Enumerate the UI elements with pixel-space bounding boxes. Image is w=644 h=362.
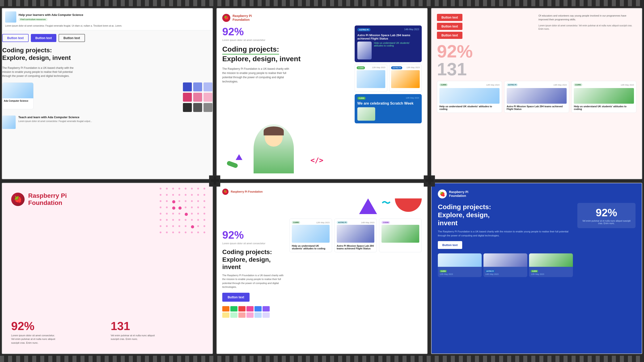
swatch-light <box>204 103 212 112</box>
ada-chip: Find curriculum resources <box>18 18 48 21</box>
ada-body: Lorem ipsum dolor sit amet consectetur. … <box>5 24 210 27</box>
panel3-right: Of educators and volunteers say young pe… <box>538 14 636 78</box>
panel3-stat-92: 92% <box>437 42 535 60</box>
swatch-red <box>238 306 246 312</box>
swatch-green <box>230 306 238 312</box>
btn-red-3[interactable]: Button text <box>437 32 462 39</box>
p3-img-1 <box>440 88 500 104</box>
news-img-2 <box>391 70 420 88</box>
shape-code-brackets: </> <box>310 156 323 164</box>
panel2-body: The Raspberry Pi Foundation is a UK-base… <box>222 67 289 84</box>
panel3-news-cards: CURRI 12th May 2023 Help us understand U… <box>437 81 636 113</box>
photo-card: Ada Computer Science <box>2 82 34 109</box>
main-grid: Help your learners with Ada Computer Sci… <box>0 6 644 356</box>
wave-shape: 〜 <box>382 198 390 207</box>
shape-purple-triangle <box>236 154 242 160</box>
panel5-inner: 🍓 Raspberry Pi Foundation 92% Lorem ipsu… <box>217 183 427 354</box>
p6-card-1: CURRI 12th May 2023 <box>438 253 482 277</box>
panel5-main: 92% Lorem ipsum dolor sit amet consectet… <box>222 198 422 348</box>
swatch-yellow-light <box>222 312 230 318</box>
panel6-stat-box: 92% Vel enim pulvinar at et nulla nunc a… <box>577 203 636 228</box>
news-cards-row: CURRI 12th May 2023 ASTRO PI 12th May 20… <box>355 64 422 92</box>
button-filled[interactable]: Button text <box>31 34 56 42</box>
ada-photo <box>5 11 16 22</box>
btn-red-1[interactable]: Button text <box>437 14 462 21</box>
p5-card-3: CODIN <box>379 219 422 252</box>
p5-title-1: Help us understand UK students' attitude… <box>292 245 330 250</box>
p3-tag-1: CURRI <box>440 83 448 86</box>
scratch-week-card: CURRI 12th May 2023 We are celebrating S… <box>355 94 422 123</box>
panel2-left: 92% Lorem ipsum dolor sit amet consectet… <box>222 25 350 173</box>
p3-date-2: 14th May 2023 <box>554 84 567 86</box>
p5-img-1 <box>292 225 330 243</box>
panel2-main: 92% Lorem ipsum dolor sit amet consectet… <box>222 25 422 173</box>
p5-card-1: CURRI 12th May 2023 Help us understand U… <box>289 219 332 252</box>
content-row: Ada Computer Science <box>2 82 212 112</box>
panel5-heading: Coding projects:Explore, design,invent <box>222 248 285 271</box>
p5-img-2 <box>337 225 374 243</box>
p6-date-2: 14th May 2023 <box>485 273 526 275</box>
panel6-news-cards: CURRI 12th May 2023 ASTRO PI 14th May 20… <box>438 253 573 277</box>
p6-tag-1: CURRI <box>440 270 447 272</box>
card-date-2: 12th May 2023 <box>406 66 420 69</box>
panel-product-page: 🍓 Raspberry Pi Foundation 92% Lorem ipsu… <box>216 183 428 354</box>
panel2-stat: 92% <box>222 25 350 38</box>
panel2-stat-sub: Lorem ipsum dolor sit amet consectetur <box>222 39 350 41</box>
p5-img-3 <box>382 225 419 243</box>
teach-card: Teach and learn with Ada Computer Scienc… <box>2 115 212 129</box>
panel6-heading: Coding projects:Explore, design,invent <box>438 203 573 227</box>
panel3-right-text: Of educators and volunteers say young pe… <box>538 14 636 21</box>
p5-date-2: 14th May 2023 <box>361 221 374 224</box>
triangle-shape <box>359 198 377 214</box>
news-card-2: ASTRO PI 12th May 2023 <box>389 64 422 92</box>
btn-red-2[interactable]: Button text <box>437 23 462 30</box>
stat-block-1: 92% Lorem ipsum dolor sit amet consectet… <box>11 319 104 345</box>
button-outline[interactable]: Button text <box>2 34 28 42</box>
astro-link[interactable]: Help us understand UK students' attitude… <box>374 41 419 47</box>
p6-tag-3: CURRI <box>531 270 538 272</box>
panel3-body: Lorem ipsum dolor sit amet consectetur. … <box>538 24 636 31</box>
panel3-left: Button text Button text Button text 92% … <box>437 14 535 78</box>
swatch-blue-light <box>204 82 212 91</box>
stat-block-2: 131 Vel enim pulvinar at et nulla nunc a… <box>111 319 204 345</box>
p5-tag-1: CURRI <box>292 221 300 224</box>
news-img-1 <box>357 70 385 88</box>
p6-img-1 <box>438 253 482 267</box>
scratch-date: 12th May 2023 <box>406 97 419 100</box>
astro-image <box>357 41 372 59</box>
decorative-shapes: 〜 <box>289 198 422 214</box>
swatch-red-mid <box>193 93 202 102</box>
cross-divider-1: ✚ <box>209 175 220 187</box>
swatch-blue <box>254 306 262 312</box>
swatch-blue-mid <box>193 82 202 91</box>
scratch-img <box>357 107 375 121</box>
ada-title: Help your learners with Ada Computer Sci… <box>18 13 83 16</box>
p3-date-3: 12th May 2023 <box>620 84 634 86</box>
p6-date-1: 12th May 2023 <box>440 273 480 275</box>
panel5-cta-button[interactable]: Button text <box>222 293 250 302</box>
swatch-purple-light <box>262 312 270 318</box>
scratch-title: We are celebrating Scratch Week <box>357 101 419 105</box>
astro-date: 14th May 2023 <box>404 28 419 31</box>
swatch-red-light <box>204 93 212 102</box>
rpi-logo-circle: 🍓 <box>11 193 24 206</box>
panel3-top: Button text Button text Button text 92% … <box>437 14 636 78</box>
cross-divider-2: ✚ <box>424 175 435 187</box>
p6-img-2 <box>484 253 527 267</box>
rpi-logo-text: Raspberry Pi Foundation <box>232 14 252 22</box>
p3-tag-2: ASTRO PI <box>507 83 518 86</box>
panel6-stat-num: 92% <box>581 206 632 219</box>
p5-tag-3: CODIN <box>382 221 390 224</box>
panel6-logo: 🍓 Raspberry Pi Foundation <box>438 189 636 198</box>
swatch-pink-light <box>246 312 254 318</box>
astro-tag: ASTRO PI <box>357 28 370 31</box>
p6-card-3: CURRI 12th May 2023 <box>529 253 573 277</box>
panel5-left: 92% Lorem ipsum dolor sit amet consectet… <box>222 198 285 348</box>
panel6-cta-button[interactable]: Button text <box>438 241 462 249</box>
p6-date-3: 12th May 2023 <box>531 273 571 275</box>
panel6-body: The Raspberry Pi Foundation is a UK-base… <box>438 230 573 238</box>
button-ghost[interactable]: Button text <box>58 34 85 42</box>
panel-design-system: Help your learners with Ada Computer Sci… <box>2 8 213 179</box>
panel5-stat-sub: Lorem ipsum dolor sit amet consectetur <box>222 242 285 245</box>
person-hair <box>264 126 284 135</box>
